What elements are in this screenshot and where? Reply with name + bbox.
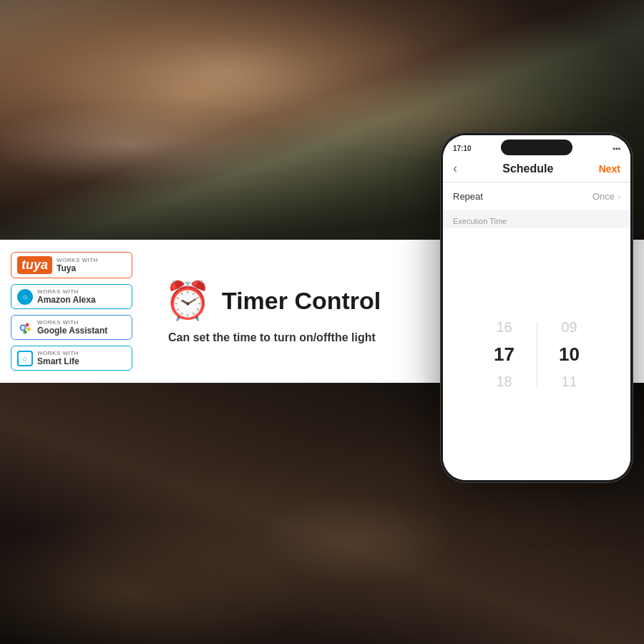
smartlife-icon: ⌂	[17, 351, 33, 366]
tuya-works-with: WORKS WITH	[57, 257, 98, 263]
hours-picker-column[interactable]: 16 17 18	[476, 317, 533, 391]
smartlife-brand-label: Smart Life	[37, 356, 79, 366]
phone-time: 17:10	[453, 145, 472, 152]
phone-app-header: ‹ Schedule Next	[443, 155, 630, 182]
middle-content-section: tuya WORKS WITH Tuya ○ WORKS WITH Amazon…	[0, 240, 644, 383]
phone-screen: 17:10 ▪▪▪ ‹ Schedule Next Repeat	[443, 135, 630, 480]
svg-point-2	[26, 323, 29, 326]
smartlife-works-with: WORKS WITH	[37, 350, 79, 356]
phone-back-button[interactable]: ‹	[453, 161, 457, 176]
hour-item-18: 18	[476, 371, 533, 391]
minutes-picker-column[interactable]: 09 10 11	[541, 317, 598, 391]
alexa-icon: ○	[17, 289, 33, 305]
phone-notch	[501, 140, 572, 155]
phone-screen-title: Schedule	[502, 162, 553, 175]
minute-item-10-selected: 10	[541, 341, 598, 367]
repeat-value-text: Once	[592, 191, 615, 202]
phone-next-button[interactable]: Next	[599, 163, 620, 175]
google-works-with: WORKS WITH	[37, 319, 107, 326]
badge-alexa[interactable]: ○ WORKS WITH Amazon Alexa	[11, 284, 132, 309]
compatibility-badges: tuya WORKS WITH Tuya ○ WORKS WITH Amazon…	[0, 240, 143, 383]
phone-mockup: 17:10 ▪▪▪ ‹ Schedule Next Repeat	[440, 132, 633, 483]
phone-repeat-section: Repeat Once ›	[443, 182, 630, 211]
tuya-logo: tuya	[17, 256, 52, 274]
repeat-value: Once ›	[592, 191, 620, 202]
hour-item-16: 16	[476, 317, 533, 337]
minute-item-11: 11	[541, 371, 598, 391]
badge-tuya[interactable]: tuya WORKS WITH Tuya	[11, 252, 132, 278]
execution-time-section-header: Execution Time	[443, 211, 630, 228]
alexa-works-with: WORKS WITH	[37, 288, 96, 295]
badge-google[interactable]: WORKS WITH Google Assistant	[11, 315, 132, 340]
hour-item-17-selected: 17	[476, 341, 533, 367]
repeat-label: Repeat	[453, 191, 483, 202]
execution-time-label: Execution Time	[453, 217, 507, 225]
alexa-text-group: WORKS WITH Amazon Alexa	[37, 288, 96, 305]
tuya-brand-label: Tuya	[57, 263, 98, 273]
google-brand-label: Google Assistant	[37, 326, 107, 336]
tuya-brand-icon: tuya	[17, 256, 52, 274]
svg-point-4	[24, 330, 27, 333]
badge-smartlife[interactable]: ⌂ WORKS WITH Smart Life	[11, 346, 132, 371]
page-container: tuya WORKS WITH Tuya ○ WORKS WITH Amazon…	[0, 0, 644, 644]
repeat-chevron-icon: ›	[618, 192, 620, 202]
tuya-text-group: WORKS WITH Tuya	[57, 257, 98, 273]
alarm-clock-icon: ⏰	[165, 279, 211, 323]
minute-item-09: 09	[541, 317, 598, 337]
phone-repeat-row[interactable]: Repeat Once ›	[443, 182, 630, 211]
google-icon	[17, 320, 33, 336]
svg-point-3	[27, 327, 31, 331]
phone-time-picker[interactable]: 16 17 18 09 10 11	[443, 228, 630, 480]
smartlife-text-group: WORKS WITH Smart Life	[37, 350, 79, 366]
phone-frame: 17:10 ▪▪▪ ‹ Schedule Next Repeat	[440, 132, 633, 483]
timer-title: Timer Control	[222, 287, 381, 315]
svg-point-1	[21, 326, 25, 329]
alexa-brand-label: Amazon Alexa	[37, 295, 96, 305]
picker-divider	[537, 322, 537, 386]
google-text-group: WORKS WITH Google Assistant	[37, 319, 107, 336]
phone-status-icons: ▪▪▪	[613, 145, 620, 152]
